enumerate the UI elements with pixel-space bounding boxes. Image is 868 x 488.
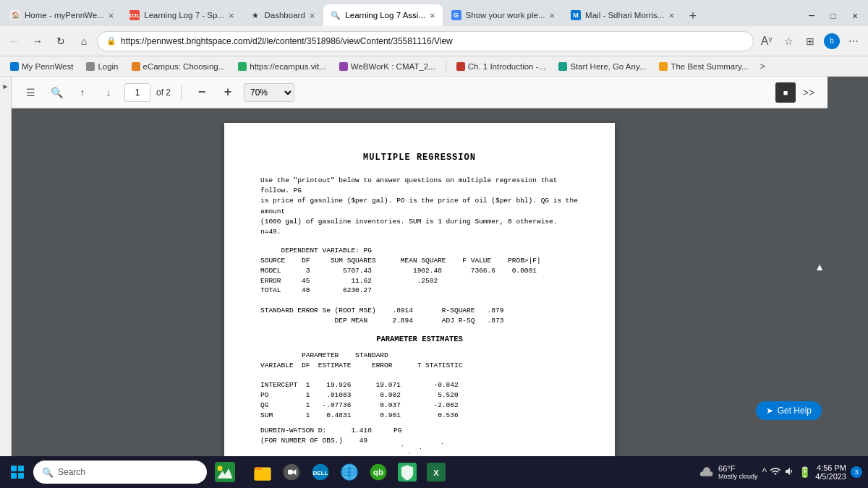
tab-mail[interactable]: M Mail - Sdhari Morris... × [563,4,681,26]
tab-close-show[interactable]: × [550,10,556,21]
taskbar-app-landscape[interactable] [211,458,239,486]
fav-label-login: Login [98,62,118,71]
refresh-button[interactable]: ↻ [51,31,71,51]
favorites-bar: My PennWest Login eCampus: Choosing... h… [0,56,868,77]
tab-favicon-home: 🏠 [10,10,20,20]
fav-label-starthere: Start Here, Go Any... [570,62,646,71]
fav-ecampus[interactable]: eCampus: Choosing... [127,61,230,72]
param-estimates-header: PARAMETER ESTIMATES [260,334,579,345]
zoom-in-button[interactable]: + [218,82,238,103]
main-area: ► ☰ 🔍 ↑ ↓ of 2 − + 50% 70% 80% 90% 100% … [0,77,868,456]
zoom-select[interactable]: 50% 70% 80% 90% 100% [244,83,294,102]
tab-d2l[interactable]: D2L Learning Log 7 - Sp... × [122,4,241,26]
wifi-icon[interactable] [770,466,781,479]
fav-webwork[interactable]: WeBWorK : CMAT_2... [335,61,440,72]
tab-close-home[interactable]: × [109,10,114,21]
windows-logo [11,466,24,479]
fav-icon-login [86,62,95,71]
fav-ch1[interactable]: Ch. 1 Introduction -... [452,61,550,72]
fav-label-ecampus: eCampus: Choosing... [143,62,226,71]
tab-close-learning[interactable]: × [430,10,435,21]
pdf-title: MULTIPLE REGRESSION [260,152,579,164]
tab-close-dashboard[interactable]: × [310,10,315,21]
taskbar-search[interactable]: 🔍 Search [33,461,207,484]
get-help-icon: ➤ [766,406,773,416]
fav-icon-ecampus [132,62,140,71]
tab-dashboard[interactable]: ★ Dashboard × [243,4,323,26]
win-logo-tl [11,466,17,471]
tab-close-mail[interactable]: × [668,10,674,21]
collections-button[interactable]: ⊞ [800,31,820,51]
fav-starthere[interactable]: Start Here, Go Any... [554,61,650,72]
anova-section: DEPENDENT VARIABLE: PG SOURCE DF SUM SQU… [260,246,579,325]
tab-home[interactable]: 🏠 Home - myPennWe... × [3,4,121,26]
notification-badge[interactable]: 3 [851,466,862,478]
more-tools-button[interactable]: >> [799,82,819,103]
get-help-button[interactable]: ➤ Get Help [756,401,822,420]
fav-more-button[interactable]: > [757,59,769,73]
page-total-label: of 2 [156,87,171,98]
fav-label-mypennwest: My PennWest [22,62,73,71]
taskbar-video[interactable] [278,458,305,486]
start-button[interactable] [6,461,29,484]
taskbar-time[interactable]: 4:56 PM 4/5/2023 [815,463,846,481]
tab-favicon-d2l: D2L [129,10,140,20]
fav-icon-bestsummary [659,62,668,71]
weather-temp: 66°F [718,464,758,473]
toggle-sidebar-button[interactable]: ☰ [20,82,41,103]
fav-ecampusvit[interactable]: https://ecampus.vit... [234,61,330,72]
new-tab-button[interactable]: + [683,6,703,26]
weather-widget[interactable]: 66°F Mostly cloudy [699,464,758,480]
taskbar-system-icons: ^ 🔋 [762,466,812,479]
taskbar-file-explorer[interactable] [249,458,276,486]
address-text: https://pennwest.brightspace.com/d2l/le/… [121,36,744,46]
restore-button[interactable]: □ [823,6,843,26]
chevron-up-icon[interactable]: ^ [762,466,767,478]
durbin-watson-section: DURBIN-WATSON D: 1.410 (FOR NUMBER OF OB… [260,426,579,456]
svg-text:qb: qb [373,468,383,476]
tab-close-d2l[interactable]: × [229,10,234,21]
taskbar-right: 66°F Mostly cloudy ^ 🔋 4:56 PM 4/5/2023 [699,463,862,481]
taskbar-shield[interactable] [393,458,421,486]
page-down-button[interactable]: ↓ [98,82,119,103]
taskbar-browser[interactable] [336,458,363,486]
browser-chrome: 🏠 Home - myPennWe... × D2L Learning Log … [0,0,868,77]
svg-point-14 [218,466,223,471]
tab-show-work[interactable]: G Show your work ple... × [444,4,563,26]
copilot-button[interactable]: Aᵞ [757,31,777,51]
fav-mypennwest[interactable]: My PennWest [6,61,77,72]
tab-favicon-learning: 🔍 [331,10,341,20]
expand-panel-button[interactable]: ► [2,82,9,90]
home-button[interactable]: ⌂ [74,31,94,51]
account-button[interactable]: b [822,31,842,51]
tab-favicon-dashboard: ★ [250,10,260,20]
tab-learning-log[interactable]: 🔍 Learning Log 7 Assi... × [323,4,442,26]
lock-icon: 🔒 [106,36,116,46]
win-logo-tr [18,466,24,471]
forward-button[interactable]: → [27,31,48,51]
pdf-area[interactable]: MULTIPLE REGRESSION Use the "printout" b… [12,108,827,456]
taskbar-dell[interactable]: DELL [307,458,334,486]
close-button[interactable]: × [845,6,865,26]
sound-icon[interactable] [784,466,796,479]
fav-bestsummary[interactable]: The Best Summary... [655,61,752,72]
more-button[interactable]: ⋯ [843,31,864,51]
back-button[interactable]: ← [4,31,25,51]
minimize-button[interactable]: − [801,6,822,26]
page-number-input[interactable] [124,83,150,102]
tab-label-home: Home - myPennWe... [25,11,104,20]
tab-label-learning: Learning Log 7 Assi... [345,11,425,20]
address-input[interactable]: 🔒 https://pennwest.brightspace.com/d2l/l… [97,31,754,51]
view-page-button[interactable]: ■ [775,82,796,103]
page-up-button[interactable]: ↑ [72,82,93,103]
zoom-out-button[interactable]: − [192,82,212,103]
tab-favicon-mail: M [571,10,581,20]
taskbar-qb[interactable]: qb [365,458,392,486]
favorites-button[interactable]: ☆ [778,31,799,51]
battery-icon[interactable]: 🔋 [799,466,811,478]
fav-login[interactable]: Login [82,61,122,72]
settings-gear-button[interactable]: ⚙ [801,430,822,450]
taskbar-excel[interactable]: X [422,458,450,486]
svg-text:X: X [433,468,439,477]
search-pdf-button[interactable]: 🔍 [46,82,67,103]
